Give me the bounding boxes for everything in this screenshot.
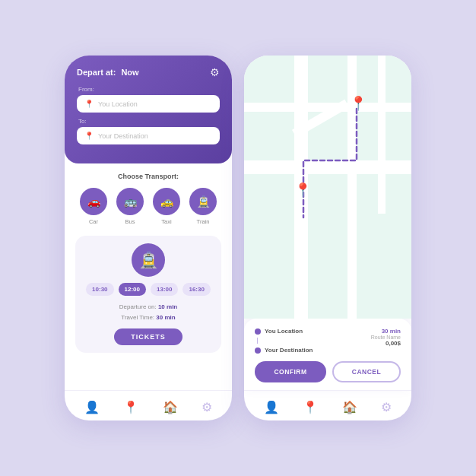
route-stops: You Location Your Destination [255, 328, 313, 354]
right-bottom-nav: 👤 📍 🏠 ⚙ [244, 390, 411, 420]
stop-connector [257, 338, 258, 344]
nav-home-icon-r[interactable]: 🏠 [342, 400, 357, 414]
to-input[interactable]: 📍 Your Destination [77, 127, 220, 144]
nav-settings-icon[interactable]: ⚙ [202, 400, 212, 414]
nav-location-icon[interactable]: 📍 [123, 400, 138, 414]
taxi-label: Taxi [161, 218, 171, 225]
train-label: Train [197, 218, 210, 225]
from-group: From: 📍 You Location [77, 86, 220, 113]
depart-row: Depart at: Now ⚙ [77, 66, 220, 78]
car-icon-circle: 🚗 [80, 188, 107, 215]
time-slot-1200[interactable]: 12:00 [119, 283, 146, 296]
stop-name-from: You Location [265, 328, 303, 335]
pin-icon-2: 📍 [84, 132, 94, 140]
to-placeholder: Your Destination [98, 132, 148, 140]
transport-section: Choose Transport: 🚗 Car 🚌 Bus 🚕 Taxi 🚊 T… [65, 163, 232, 236]
nav-profile-icon[interactable]: 👤 [84, 400, 100, 414]
transport-car[interactable]: 🚗 Car [80, 188, 107, 225]
time-slots: 10:30 12:00 13:00 16:30 [86, 283, 211, 296]
from-placeholder: You Location [98, 100, 138, 108]
transport-train[interactable]: 🚊 Train [189, 188, 217, 225]
taxi-icon-circle: 🚕 [153, 188, 180, 215]
map-area: 📍 📍 [244, 56, 411, 319]
selected-transport-icon: 🚊 [132, 243, 165, 277]
left-bottom-nav: 👤 📍 🏠 ⚙ [65, 390, 232, 420]
transport-taxi[interactable]: 🚕 Taxi [153, 188, 180, 225]
action-buttons: CONFIRM CANCEL [255, 361, 401, 382]
travel-value: 30 min [156, 314, 175, 321]
train-icon-circle: 🚊 [189, 188, 217, 215]
transport-icons: 🚗 Car 🚌 Bus 🚕 Taxi 🚊 Train [75, 188, 221, 225]
map-pin-origin: 📍 [294, 182, 311, 198]
nav-home-icon[interactable]: 🏠 [163, 400, 178, 414]
stop-to: Your Destination [255, 347, 313, 354]
nav-settings-icon-r[interactable]: ⚙ [381, 400, 392, 414]
time-slot-1630[interactable]: 16:30 [182, 283, 210, 296]
departure-value: 10 min [158, 303, 177, 310]
from-input[interactable]: 📍 You Location [77, 95, 220, 113]
nav-profile-icon-r[interactable]: 👤 [264, 400, 279, 414]
stop-dot-to [255, 347, 261, 354]
route-price: 0,00$ [371, 340, 401, 347]
left-phone: Depart at: Now ⚙ From: 📍 You Location To… [65, 56, 232, 420]
pin-icon: 📍 [84, 100, 94, 108]
right-phone: 📍 📍 You Location Your Destination [244, 56, 411, 420]
time-slot-1300[interactable]: 13:00 [151, 283, 178, 296]
transport-title: Choose Transport: [75, 173, 221, 180]
stop-name-to: Your Destination [265, 347, 313, 354]
from-label: From: [78, 86, 220, 93]
stop-dot-from [255, 328, 261, 335]
bus-icon-circle: 🚌 [116, 188, 144, 215]
nav-location-icon-r[interactable]: 📍 [303, 400, 318, 414]
departure-info: Departure on: 10 min Travel Time: 30 min [119, 302, 177, 322]
map-pin-destination: 📍 [350, 95, 367, 112]
transport-bus[interactable]: 🚌 Bus [116, 188, 144, 225]
car-label: Car [89, 218, 98, 225]
tickets-button[interactable]: TICKETS [114, 328, 182, 345]
route-info-row: You Location Your Destination 30 min Rou… [255, 328, 401, 354]
cancel-button[interactable]: CANCEL [332, 361, 401, 382]
confirm-button[interactable]: CONFIRM [255, 361, 326, 382]
selected-transport: 🚊 10:30 12:00 13:00 16:30 Departure on: … [75, 236, 221, 353]
route-time: 30 min [371, 328, 401, 335]
depart-label: Depart at: Now [77, 68, 139, 77]
route-meta: 30 min Route Name 0,00$ [371, 328, 401, 347]
to-group: To: 📍 Your Destination [77, 118, 220, 144]
settings-icon[interactable]: ⚙ [210, 66, 220, 78]
bus-label: Bus [125, 218, 135, 225]
route-name: Route Name [371, 335, 401, 340]
route-svg [244, 56, 411, 319]
phones-container: Depart at: Now ⚙ From: 📍 You Location To… [65, 56, 411, 420]
left-header: Depart at: Now ⚙ From: 📍 You Location To… [65, 56, 232, 163]
stop-from: You Location [255, 328, 313, 335]
to-label: To: [78, 118, 220, 125]
route-card: You Location Your Destination 30 min Rou… [244, 319, 411, 390]
time-slot-1030[interactable]: 10:30 [86, 283, 113, 296]
